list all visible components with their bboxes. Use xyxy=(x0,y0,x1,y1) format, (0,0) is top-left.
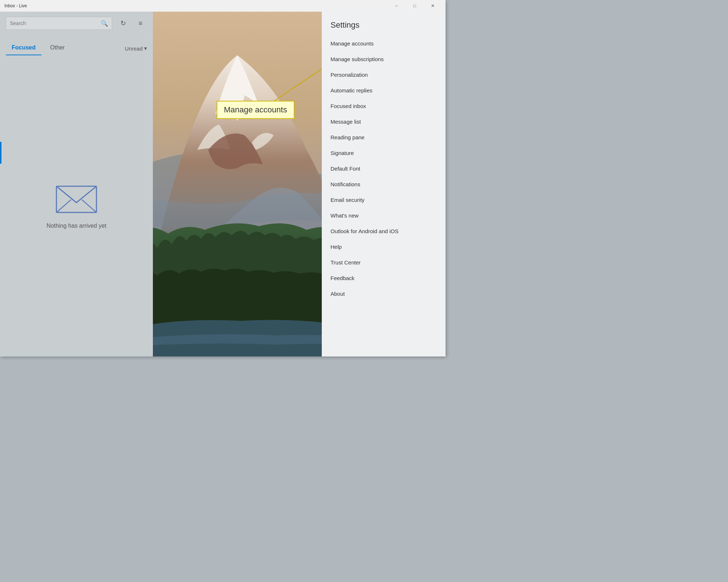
minimize-button[interactable]: − xyxy=(388,0,405,12)
settings-item-about[interactable]: About xyxy=(322,286,446,302)
landscape-svg xyxy=(153,12,322,356)
unread-dropdown[interactable]: Unread ▾ xyxy=(125,45,147,55)
window-controls: − □ ✕ xyxy=(388,0,441,12)
title-bar: Inbox - Live − □ ✕ xyxy=(0,0,446,12)
close-button[interactable]: ✕ xyxy=(424,0,441,12)
search-box[interactable]: 🔍 xyxy=(6,17,112,30)
settings-item-manage-subscriptions[interactable]: Manage subscriptions xyxy=(322,51,446,67)
tabs-bar: Focused Other Unread ▾ xyxy=(0,35,153,55)
empty-inbox-text: Nothing has arrived yet xyxy=(47,223,107,229)
tab-focused[interactable]: Focused xyxy=(6,41,41,55)
toolbar: 🔍 ↻ ≡ xyxy=(0,12,153,35)
landscape-background xyxy=(153,12,322,356)
window-title: Inbox - Live xyxy=(4,3,27,8)
search-input[interactable] xyxy=(10,20,98,26)
settings-title: Settings xyxy=(322,12,446,36)
empty-inbox-icon xyxy=(55,183,98,215)
svg-rect-0 xyxy=(56,186,96,212)
settings-item-automatic-replies[interactable]: Automatic replies xyxy=(322,83,446,98)
tab-other[interactable]: Other xyxy=(44,41,71,55)
refresh-button[interactable]: ↻ xyxy=(116,17,130,30)
search-icon: 🔍 xyxy=(101,20,108,27)
settings-item-reading-pane[interactable]: Reading pane xyxy=(322,129,446,145)
chevron-down-icon: ▾ xyxy=(144,45,147,52)
main-content: Manage accounts xyxy=(153,12,322,356)
svg-line-1 xyxy=(56,200,71,212)
filter-button[interactable]: ≡ xyxy=(134,17,147,30)
settings-item-signature[interactable]: Signature xyxy=(322,145,446,161)
svg-line-2 xyxy=(82,200,96,212)
settings-panel: Settings Manage accounts Manage subscrip… xyxy=(322,12,446,356)
settings-item-feedback[interactable]: Feedback xyxy=(322,270,446,286)
settings-item-default-font[interactable]: Default Font xyxy=(322,161,446,176)
settings-item-outlook-android-ios[interactable]: Outlook for Android and iOS xyxy=(322,223,446,239)
settings-item-whats-new[interactable]: What's new xyxy=(322,208,446,223)
settings-item-message-list[interactable]: Message list xyxy=(322,114,446,129)
settings-item-manage-accounts[interactable]: Manage accounts xyxy=(322,36,446,51)
left-panel: 🔍 ↻ ≡ Focused Other Unread ▾ xyxy=(0,12,153,356)
settings-item-focused-inbox[interactable]: Focused inbox xyxy=(322,98,446,114)
settings-item-notifications[interactable]: Notifications xyxy=(322,176,446,192)
accent-bar xyxy=(0,142,1,164)
maximize-button[interactable]: □ xyxy=(406,0,423,12)
unread-label: Unread xyxy=(125,45,143,52)
app-window: Inbox - Live − □ ✕ 🔍 ↻ ≡ Focused Other xyxy=(0,0,446,356)
settings-item-personalization[interactable]: Personalization xyxy=(322,67,446,83)
settings-item-email-security[interactable]: Email security xyxy=(322,192,446,208)
settings-item-help[interactable]: Help xyxy=(322,239,446,255)
settings-item-trust-center[interactable]: Trust Center xyxy=(322,255,446,270)
app-body: 🔍 ↻ ≡ Focused Other Unread ▾ xyxy=(0,12,446,356)
mail-empty-state: Nothing has arrived yet xyxy=(0,55,153,356)
